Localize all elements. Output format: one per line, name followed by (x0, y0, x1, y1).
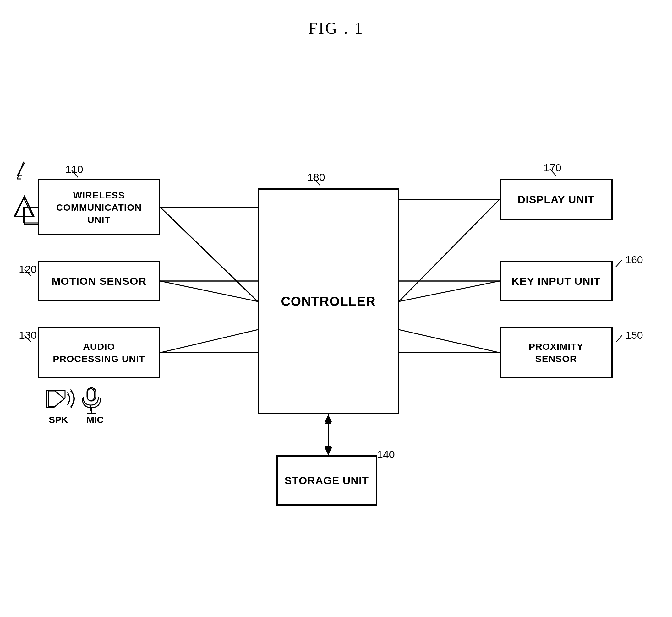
ref-140: 140 (377, 448, 395, 461)
ref-180: 180 (307, 171, 325, 183)
audio-block: AUDIO PROCESSING UNIT (38, 327, 160, 378)
ref-130: 130 (19, 329, 37, 341)
wireless-block: WIRELESS COMMUNICATION UNIT (38, 179, 160, 235)
storage-block: STORAGE UNIT (277, 455, 377, 505)
spk-label: SPK (49, 414, 68, 425)
ref-170: 170 (543, 162, 561, 174)
ref-150: 150 (625, 329, 643, 341)
svg-line-19 (17, 163, 24, 176)
display-block: DISPLAY UNIT (500, 179, 613, 220)
ref-160: 160 (625, 254, 643, 266)
mic-label: MIC (87, 414, 104, 425)
motion-block: MOTION SENSOR (38, 261, 160, 301)
svg-marker-32 (325, 414, 332, 422)
ref-120: 120 (19, 263, 37, 275)
svg-rect-37 (87, 388, 96, 401)
fig-title: FIG . 1 (0, 0, 672, 37)
svg-marker-36 (46, 390, 65, 407)
ref-110: 110 (65, 163, 83, 176)
svg-line-46 (616, 335, 622, 342)
proximity-block: PROXIMITY SENSOR (500, 327, 613, 378)
controller-block: CONTROLLER (258, 188, 399, 414)
svg-line-45 (616, 260, 622, 267)
svg-marker-33 (325, 447, 332, 455)
svg-line-24 (160, 207, 258, 301)
keyinput-block: KEY INPUT UNIT (500, 261, 613, 301)
